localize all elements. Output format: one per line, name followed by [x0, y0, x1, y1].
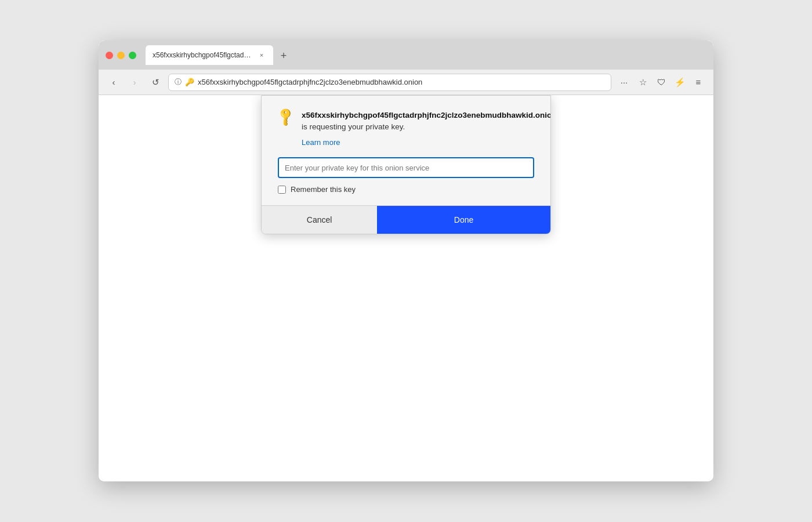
shield-button[interactable]: 🛡 — [653, 74, 669, 90]
title-bar: x56fxxskirhybchgpof45flgctadrphj f… × + — [99, 41, 713, 70]
forward-button[interactable]: › — [126, 74, 143, 90]
dialog-footer: Cancel Done — [262, 205, 550, 234]
learn-more-link[interactable]: Learn more — [302, 137, 551, 148]
active-tab[interactable]: x56fxxskirhybchgpof45flgctadrphj f… × — [146, 45, 273, 65]
close-button[interactable] — [106, 52, 113, 59]
address-bar[interactable]: ⓘ 🔑 x56fxxskirhybchgpof45flgctadrphjfnc2… — [168, 74, 611, 91]
more-button[interactable]: ··· — [616, 74, 632, 90]
dialog-overlay: 🔑 x56fxxskirhybchgpof45flgctadrphjfnc2jc… — [99, 95, 713, 481]
cancel-button[interactable]: Cancel — [262, 206, 377, 234]
key-icon: 🔑 — [185, 78, 194, 86]
bookmark-button[interactable]: ☆ — [635, 74, 651, 90]
dialog-request-text: is requesting your private key. — [302, 122, 405, 131]
traffic-lights — [106, 52, 136, 59]
done-button[interactable]: Done — [377, 206, 550, 234]
dialog-body: 🔑 x56fxxskirhybchgpof45flgctadrphjfnc2jc… — [262, 96, 550, 194]
dialog-domain: x56fxxskirhybchgpof45flgctadrphjfnc2jclz… — [302, 111, 551, 119]
tab-bar: x56fxxskirhybchgpof45flgctadrphj f… × + — [141, 45, 706, 65]
browser-content: 🔑 x56fxxskirhybchgpof45flgctadrphjfnc2jc… — [99, 95, 713, 481]
dialog-header: 🔑 x56fxxskirhybchgpof45flgctadrphjfnc2jc… — [278, 110, 534, 148]
remember-checkbox[interactable] — [278, 186, 286, 194]
reload-button[interactable]: ↺ — [147, 74, 164, 90]
maximize-button[interactable] — [129, 52, 136, 59]
dialog-key-icon: 🔑 — [275, 106, 296, 128]
onion-key-dialog: 🔑 x56fxxskirhybchgpof45flgctadrphjfnc2jc… — [261, 95, 551, 234]
nav-bar: ‹ › ↺ ⓘ 🔑 x56fxxskirhybchgpof45flgctadrp… — [99, 70, 713, 95]
dialog-site-info: x56fxxskirhybchgpof45flgctadrphjfnc2jclz… — [302, 110, 551, 148]
back-button[interactable]: ‹ — [106, 74, 122, 90]
new-tab-button[interactable]: + — [276, 48, 292, 64]
nav-actions: ··· ☆ 🛡 ⚡ ≡ — [616, 74, 706, 90]
lightning-button[interactable]: ⚡ — [672, 74, 688, 90]
private-key-input[interactable] — [278, 157, 534, 178]
address-text: x56fxxskirhybchgpof45flgctadrphjfnc2jclz… — [198, 78, 422, 86]
remember-section: Remember this key — [278, 185, 534, 194]
minimize-button[interactable] — [117, 52, 125, 59]
tab-close-button[interactable]: × — [257, 50, 266, 60]
remember-label: Remember this key — [291, 185, 356, 194]
menu-button[interactable]: ≡ — [690, 74, 706, 90]
tab-title: x56fxxskirhybchgpof45flgctadrphj f… — [153, 51, 252, 59]
browser-window: x56fxxskirhybchgpof45flgctadrphj f… × + … — [99, 41, 713, 481]
info-icon: ⓘ — [175, 77, 182, 87]
